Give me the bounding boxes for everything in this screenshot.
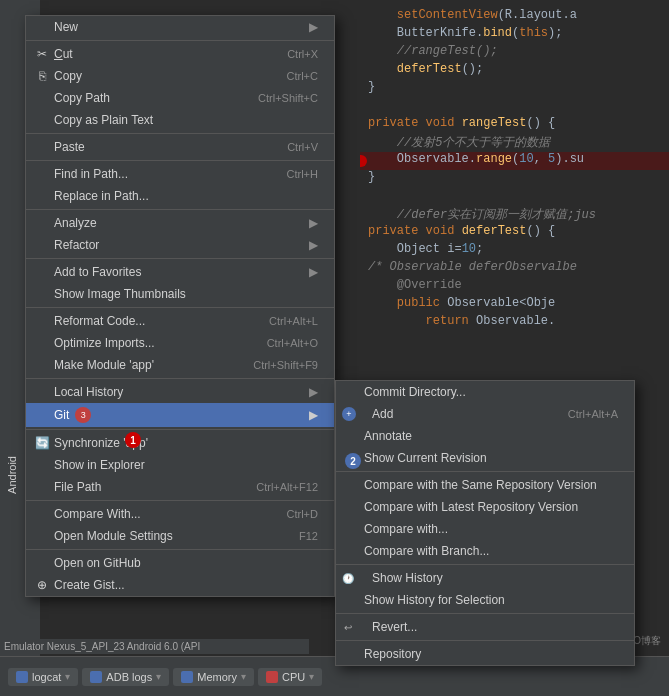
file-path-shortcut: Ctrl+Alt+F12 bbox=[256, 481, 318, 493]
show-history-sel-label: Show History for Selection bbox=[364, 593, 505, 607]
open-github-label: Open on GitHub bbox=[54, 556, 141, 570]
repository-label: Repository bbox=[364, 647, 421, 661]
separator-8 bbox=[26, 429, 334, 430]
memory-tab[interactable]: Memory ▾ bbox=[173, 668, 254, 686]
adb-icon bbox=[90, 671, 102, 683]
separator-9 bbox=[26, 500, 334, 501]
optimize-shortcut: Ctrl+Alt+O bbox=[267, 337, 318, 349]
submenu-sep-4 bbox=[336, 640, 634, 641]
menu-item-file-path[interactable]: File Path Ctrl+Alt+F12 bbox=[26, 476, 334, 498]
cut-icon: ✂ bbox=[34, 46, 50, 62]
submenu-compare-latest[interactable]: Compare with Latest Repository Version bbox=[336, 496, 634, 518]
copy-path-label: Copy Path bbox=[54, 91, 110, 105]
menu-item-refactor[interactable]: Refactor ▶ bbox=[26, 234, 334, 256]
new-arrow: ▶ bbox=[309, 20, 318, 34]
paste-label: Paste bbox=[54, 140, 85, 154]
submenu-sep-1 bbox=[336, 471, 634, 472]
separator-5 bbox=[26, 258, 334, 259]
menu-item-cut[interactable]: ✂ Cut Ctrl+X bbox=[26, 43, 334, 65]
submenu-add[interactable]: + Add Ctrl+Alt+A bbox=[336, 403, 634, 425]
create-gist-label: Create Gist... bbox=[54, 578, 125, 592]
separator-7 bbox=[26, 378, 334, 379]
badge-1: 1 bbox=[125, 432, 141, 448]
menu-item-optimize[interactable]: Optimize Imports... Ctrl+Alt+O bbox=[26, 332, 334, 354]
separator-6 bbox=[26, 307, 334, 308]
menu-item-copy[interactable]: ⎘ Copy Ctrl+C bbox=[26, 65, 334, 87]
menu-item-git[interactable]: Git 3 ▶ bbox=[26, 403, 334, 427]
submenu-show-history-sel[interactable]: Show History for Selection bbox=[336, 589, 634, 611]
menu-item-analyze[interactable]: Analyze ▶ bbox=[26, 212, 334, 234]
submenu-annotate[interactable]: Annotate bbox=[336, 425, 634, 447]
memory-icon bbox=[181, 671, 193, 683]
submenu-commit-dir[interactable]: Commit Directory... bbox=[336, 381, 634, 403]
submenu-show-current[interactable]: Show Current Revision bbox=[336, 447, 634, 469]
separator-1 bbox=[26, 40, 334, 41]
compare-with-label: Compare With... bbox=[54, 507, 141, 521]
cpu-icon bbox=[266, 671, 278, 683]
refactor-arrow: ▶ bbox=[309, 238, 318, 252]
add-label: Add bbox=[372, 407, 393, 421]
history-icon: 🕐 bbox=[340, 570, 356, 586]
submenu-revert[interactable]: ↩ Revert... bbox=[336, 616, 634, 638]
make-module-label: Make Module 'app' bbox=[54, 358, 154, 372]
show-history-label: Show History bbox=[372, 571, 443, 585]
submenu-show-history[interactable]: 🕐 Show History bbox=[336, 567, 634, 589]
logcat-arrow: ▾ bbox=[65, 671, 70, 682]
show-thumbnails-label: Show Image Thumbnails bbox=[54, 287, 186, 301]
open-module-label: Open Module Settings bbox=[54, 529, 173, 543]
synchronize-icon: 🔄 bbox=[34, 435, 50, 451]
open-module-shortcut: F12 bbox=[299, 530, 318, 542]
show-current-label: Show Current Revision bbox=[364, 451, 487, 465]
paste-shortcut: Ctrl+V bbox=[287, 141, 318, 153]
reformat-shortcut: Ctrl+Alt+L bbox=[269, 315, 318, 327]
compare-branch-label: Compare with Branch... bbox=[364, 544, 489, 558]
local-history-arrow: ▶ bbox=[309, 385, 318, 399]
adb-logs-tab[interactable]: ADB logs ▾ bbox=[82, 668, 169, 686]
menu-item-synchronize[interactable]: 🔄 Synchronize 'app' bbox=[26, 432, 334, 454]
menu-item-copy-plain[interactable]: Copy as Plain Text bbox=[26, 109, 334, 131]
logcat-label: logcat bbox=[32, 671, 61, 683]
compare-latest-label: Compare with Latest Repository Version bbox=[364, 500, 578, 514]
menu-item-open-module[interactable]: Open Module Settings F12 bbox=[26, 525, 334, 547]
memory-label: Memory bbox=[197, 671, 237, 683]
menu-item-create-gist[interactable]: ⊕ Create Gist... bbox=[26, 574, 334, 596]
adb-arrow: ▾ bbox=[156, 671, 161, 682]
separator-4 bbox=[26, 209, 334, 210]
separator-2 bbox=[26, 133, 334, 134]
menu-item-reformat[interactable]: Reformat Code... Ctrl+Alt+L bbox=[26, 310, 334, 332]
menu-item-find-path[interactable]: Find in Path... Ctrl+H bbox=[26, 163, 334, 185]
logcat-tab[interactable]: logcat ▾ bbox=[8, 668, 78, 686]
separator-3 bbox=[26, 160, 334, 161]
android-label: Android bbox=[0, 454, 24, 496]
menu-item-new[interactable]: New ▶ bbox=[26, 16, 334, 38]
find-path-shortcut: Ctrl+H bbox=[287, 168, 318, 180]
menu-item-make-module[interactable]: Make Module 'app' Ctrl+Shift+F9 bbox=[26, 354, 334, 376]
menu-item-compare-with[interactable]: Compare With... Ctrl+D bbox=[26, 503, 334, 525]
menu-item-add-favorites[interactable]: Add to Favorites ▶ bbox=[26, 261, 334, 283]
add-shortcut: Ctrl+Alt+A bbox=[568, 408, 618, 420]
menu-item-local-history[interactable]: Local History ▶ bbox=[26, 381, 334, 403]
menu-item-show-explorer[interactable]: Show in Explorer bbox=[26, 454, 334, 476]
submenu-sep-3 bbox=[336, 613, 634, 614]
adb-label: ADB logs bbox=[106, 671, 152, 683]
annotate-label: Annotate bbox=[364, 429, 412, 443]
emulator-label: Emulator Nexus_5_API_23 Android 6.0 (API bbox=[0, 639, 309, 654]
memory-arrow: ▾ bbox=[241, 671, 246, 682]
menu-item-show-thumbnails[interactable]: Show Image Thumbnails bbox=[26, 283, 334, 305]
analyze-label: Analyze bbox=[54, 216, 97, 230]
submenu-compare-branch[interactable]: Compare with Branch... bbox=[336, 540, 634, 562]
menu-item-open-github[interactable]: Open on GitHub bbox=[26, 552, 334, 574]
file-path-label: File Path bbox=[54, 480, 101, 494]
submenu-repository[interactable]: Repository bbox=[336, 643, 634, 665]
submenu-compare-with[interactable]: Compare with... bbox=[336, 518, 634, 540]
cpu-tab[interactable]: CPU ▾ bbox=[258, 668, 322, 686]
menu-item-paste[interactable]: Paste Ctrl+V bbox=[26, 136, 334, 158]
git-arrow: ▶ bbox=[309, 408, 318, 422]
submenu-sep-2 bbox=[336, 564, 634, 565]
submenu-compare-same[interactable]: Compare with the Same Repository Version bbox=[336, 474, 634, 496]
gist-icon: ⊕ bbox=[34, 577, 50, 593]
menu-item-replace-path[interactable]: Replace in Path... bbox=[26, 185, 334, 207]
menu-item-copy-path[interactable]: Copy Path Ctrl+Shift+C bbox=[26, 87, 334, 109]
git-badge: 3 bbox=[75, 407, 91, 423]
badge-2: 2 bbox=[345, 453, 361, 469]
